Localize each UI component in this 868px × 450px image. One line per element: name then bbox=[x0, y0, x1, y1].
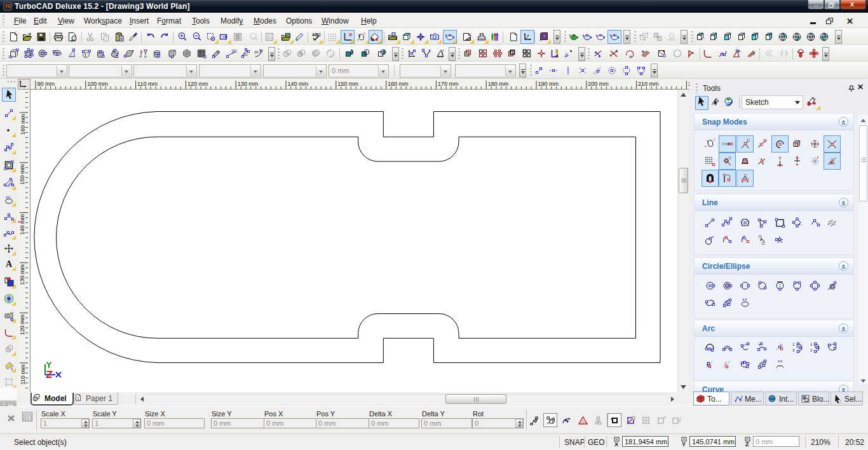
svg-text:a:b: a:b bbox=[742, 297, 747, 301]
svg-text:90 mm: 90 mm bbox=[37, 81, 55, 87]
svg-text:X: X bbox=[614, 441, 618, 447]
svg-text:Y: Y bbox=[713, 138, 715, 142]
svg-text:110 mm: 110 mm bbox=[137, 81, 158, 87]
svg-text:120 mm: 120 mm bbox=[20, 315, 26, 336]
svg-text:210 mm: 210 mm bbox=[638, 81, 659, 87]
svg-text:?: ? bbox=[442, 49, 444, 53]
svg-text:a:b: a:b bbox=[778, 359, 783, 363]
svg-text:200 mm: 200 mm bbox=[588, 81, 609, 87]
svg-text:140 mm: 140 mm bbox=[288, 81, 309, 87]
svg-text:1: 1 bbox=[77, 396, 79, 400]
svg-text:Y: Y bbox=[363, 32, 366, 36]
svg-text:180 mm: 180 mm bbox=[488, 81, 509, 87]
svg-text:30: 30 bbox=[254, 50, 259, 54]
svg-text:1: 1 bbox=[810, 343, 813, 346]
svg-text:1: 1 bbox=[792, 343, 795, 346]
svg-text:190 mm: 190 mm bbox=[538, 81, 559, 87]
svg-text:110 mm: 110 mm bbox=[20, 365, 26, 385]
svg-text:150 mm: 150 mm bbox=[20, 164, 26, 185]
svg-text:a:b: a:b bbox=[6, 195, 10, 199]
svg-text:ABC: ABC bbox=[312, 32, 321, 36]
svg-text:30: 30 bbox=[243, 53, 248, 57]
svg-text:3: 3 bbox=[792, 348, 795, 352]
svg-text:Z: Z bbox=[745, 441, 749, 447]
svg-text:?: ? bbox=[428, 49, 431, 53]
svg-text:140 mm: 140 mm bbox=[20, 214, 26, 235]
svg-text:x: x bbox=[357, 38, 359, 41]
svg-text:130 mm: 130 mm bbox=[20, 264, 26, 285]
svg-text:160 mm: 160 mm bbox=[20, 114, 26, 135]
svg-text:170 mm: 170 mm bbox=[438, 81, 459, 87]
svg-text:100 mm: 100 mm bbox=[87, 81, 108, 87]
svg-text:160 mm: 160 mm bbox=[388, 81, 409, 87]
svg-text:130 mm: 130 mm bbox=[238, 81, 259, 87]
svg-text:150 mm: 150 mm bbox=[337, 81, 358, 87]
svg-text:?: ? bbox=[739, 398, 742, 404]
svg-text:?: ? bbox=[543, 34, 546, 39]
svg-text:2: 2 bbox=[810, 348, 813, 352]
svg-text:120 mm: 120 mm bbox=[187, 81, 208, 87]
svg-text::: : bbox=[839, 399, 841, 404]
svg-text:x: x bbox=[705, 144, 707, 148]
svg-text:Y: Y bbox=[682, 441, 686, 447]
